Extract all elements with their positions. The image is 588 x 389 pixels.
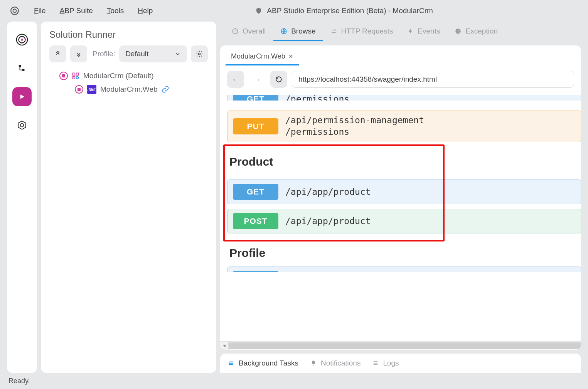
link-icon[interactable] — [162, 86, 169, 93]
scroll-track[interactable] — [229, 342, 581, 349]
endpoint-get-product[interactable]: GET /api/app/product — [227, 179, 581, 204]
menu-file[interactable]: File — [34, 7, 46, 15]
svg-point-8 — [20, 124, 24, 127]
tree-child[interactable]: .NET ModularCrm.Web — [75, 82, 208, 96]
expand-all-button[interactable] — [70, 45, 87, 62]
method-post-badge: POST — [233, 213, 278, 229]
tab-label: Exception — [465, 27, 497, 35]
browser-tab[interactable]: ModularCrm.Web ✕ — [226, 49, 299, 65]
partial-endpoint-bottom: GET — [227, 267, 581, 272]
bottom-tab-logs[interactable]: Logs — [372, 359, 399, 367]
endpoint-path: /api/app/product — [285, 187, 371, 197]
section-profile[interactable]: Profile — [227, 238, 581, 261]
tab-events[interactable]: Events — [401, 22, 447, 41]
reload-button[interactable] — [270, 71, 287, 88]
rail-logo[interactable] — [12, 30, 32, 49]
stop-icon — [59, 72, 68, 80]
settings-button[interactable] — [191, 45, 208, 62]
swagger-content: GET /permissions PUT /api/permission-man… — [220, 92, 581, 341]
svg-rect-11 — [76, 73, 79, 75]
runner-toolbar: Profile: Default — [49, 45, 208, 62]
shield-icon — [255, 7, 262, 15]
browser-nav: ← → https://localhost:44358/swagger/inde… — [220, 65, 581, 92]
bottom-tab-label: Logs — [383, 359, 399, 367]
bottom-tab-label: Notifications — [321, 359, 361, 367]
tasks-icon — [227, 360, 235, 366]
rail-kubernetes-icon[interactable] — [12, 116, 32, 135]
url-text: https://localhost:44358/swagger/index.ht… — [298, 75, 437, 84]
tab-label: Events — [418, 27, 440, 35]
browser-wrap: ModularCrm.Web ✕ ← → https://localhost:4… — [220, 45, 581, 350]
tab-exceptions[interactable]: Exception — [448, 22, 504, 41]
horizontal-scrollbar[interactable]: ◄ — [220, 341, 581, 350]
globe-icon — [280, 28, 287, 35]
section-product[interactable]: Product — [227, 147, 581, 174]
tree-root-label: ModularCrm (Default) — [83, 72, 154, 80]
rail-tree-icon[interactable] — [12, 59, 32, 78]
stop-icon — [75, 85, 83, 94]
swap-icon — [330, 28, 337, 35]
svg-point-13 — [76, 77, 79, 79]
forward-button: → — [249, 71, 266, 88]
svg-point-9 — [199, 53, 200, 55]
window-title: ABP Studio Enterprise Edition (Beta) - M… — [267, 7, 433, 15]
svg-rect-6 — [22, 69, 24, 71]
menu-help[interactable]: Help — [138, 7, 153, 15]
endpoint-path: /api/permission-management/permissions — [285, 115, 424, 138]
profile-label: Profile: — [93, 50, 115, 58]
status-bar: Ready. — [0, 373, 588, 389]
svg-rect-17 — [458, 30, 459, 32]
menubar: File ABP Suite Tools Help ABP Studio Ent… — [0, 0, 588, 22]
svg-point-1 — [13, 9, 17, 13]
close-icon[interactable]: ✕ — [288, 53, 293, 60]
back-button[interactable]: ← — [227, 71, 244, 88]
bottom-tabs: Background Tasks Notifications Logs — [220, 354, 581, 373]
tree-root[interactable]: ModularCrm (Default) — [59, 69, 208, 82]
menu-abp-suite[interactable]: ABP Suite — [60, 7, 93, 15]
solution-tree: ModularCrm (Default) .NET ModularCrm.Web — [49, 69, 208, 96]
apps-icon — [72, 72, 79, 80]
main-tabs: Overall Browse HTTP Requests Events Exce… — [220, 22, 581, 42]
profile-value: Default — [125, 50, 148, 58]
bolt-icon — [408, 28, 414, 35]
tab-browse[interactable]: Browse — [273, 22, 322, 41]
scroll-left-button[interactable]: ◄ — [220, 342, 229, 350]
window-title-area: ABP Studio Enterprise Edition (Beta) - M… — [255, 7, 433, 15]
svg-rect-18 — [458, 32, 459, 33]
dotnet-icon: .NET — [87, 85, 96, 94]
svg-marker-7 — [18, 121, 26, 129]
profile-select[interactable]: Default — [119, 45, 187, 62]
tab-label: Browse — [291, 27, 315, 35]
browser-tab-label: ModularCrm.Web — [231, 52, 285, 60]
tab-label: Overall — [243, 27, 266, 35]
panel-title: Solution Runner — [49, 29, 208, 40]
app-logo-icon — [9, 5, 20, 16]
svg-rect-10 — [73, 73, 75, 75]
svg-point-4 — [21, 39, 23, 41]
method-put-badge: PUT — [233, 118, 278, 134]
status-text: Ready. — [8, 377, 30, 385]
bell-icon — [310, 360, 317, 367]
alert-icon — [455, 28, 462, 35]
bottom-tab-notifications[interactable]: Notifications — [310, 359, 361, 367]
tab-http[interactable]: HTTP Requests — [323, 22, 400, 41]
endpoint-post-product[interactable]: POST /api/app/product — [227, 209, 581, 233]
rail-run-icon[interactable] — [12, 87, 32, 106]
chevron-down-icon — [175, 51, 181, 57]
partial-endpoint-top: GET /permissions — [227, 95, 581, 101]
left-rail — [7, 22, 37, 373]
bottom-tab-label: Background Tasks — [239, 359, 298, 367]
url-input[interactable]: https://localhost:44358/swagger/index.ht… — [292, 71, 574, 88]
collapse-all-button[interactable] — [49, 45, 66, 62]
bottom-tab-tasks[interactable]: Background Tasks — [227, 359, 298, 367]
tree-child-label: ModularCrm.Web — [100, 85, 158, 94]
solution-runner-panel: Solution Runner Profile: Default — [41, 22, 216, 373]
menu-tools[interactable]: Tools — [107, 7, 124, 15]
endpoint-path: /api/app/product — [285, 216, 371, 226]
list-icon — [372, 360, 379, 366]
endpoint-put-permissions[interactable]: PUT /api/permission-management/permissio… — [227, 111, 581, 142]
svg-rect-5 — [19, 65, 21, 67]
method-get-badge: GET — [233, 184, 278, 200]
inner-tabs: ModularCrm.Web ✕ — [220, 45, 581, 65]
tab-overall[interactable]: Overall — [225, 22, 273, 41]
